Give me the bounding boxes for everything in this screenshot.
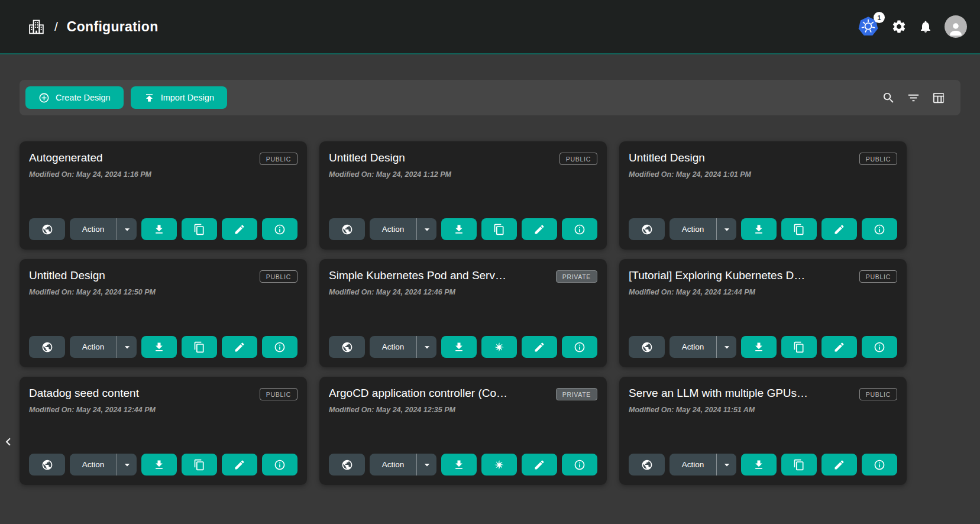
action-button-label[interactable]: Action <box>70 454 117 476</box>
bell-icon[interactable] <box>918 20 933 34</box>
chevron-down-icon[interactable] <box>117 454 137 476</box>
clone-button[interactable] <box>781 336 817 358</box>
design-card: Serve an LLM with multiple GPUs… PUBLIC … <box>619 377 907 485</box>
design-card: Untitled Design PUBLIC Modified On: May … <box>619 141 907 250</box>
globe-icon <box>341 224 353 235</box>
visibility-globe-button[interactable] <box>629 454 665 476</box>
download-button[interactable] <box>141 454 177 476</box>
edit-button[interactable] <box>222 454 257 476</box>
chevron-down-icon[interactable] <box>117 218 137 240</box>
card-actions: Action <box>329 454 597 476</box>
action-button-label[interactable]: Action <box>370 454 416 476</box>
import-design-button[interactable]: Import Design <box>131 86 227 109</box>
edit-button[interactable] <box>222 218 257 240</box>
visibility-globe-button[interactable] <box>329 454 365 476</box>
action-split-button[interactable]: Action <box>70 218 137 240</box>
action-button-label[interactable]: Action <box>70 218 117 240</box>
chevron-down-icon[interactable] <box>717 336 736 358</box>
download-button[interactable] <box>141 218 177 240</box>
globe-icon <box>41 341 53 353</box>
download-icon <box>753 341 765 353</box>
chevron-down-icon[interactable] <box>417 336 436 358</box>
chevron-down-icon[interactable] <box>117 336 137 358</box>
design-title: Untitled Design <box>629 151 711 164</box>
visibility-badge: PRIVATE <box>556 270 597 283</box>
visibility-globe-button[interactable] <box>29 218 65 240</box>
chevron-left-icon[interactable] <box>1 434 16 452</box>
clone-button[interactable] <box>182 454 217 476</box>
clone-button[interactable] <box>481 218 517 240</box>
design-pinwheel-button[interactable] <box>481 336 517 358</box>
info-button[interactable] <box>562 218 597 240</box>
visibility-globe-button[interactable] <box>629 218 665 240</box>
design-title: Datadog seed content <box>29 387 145 400</box>
kubernetes-context-button[interactable]: 1 <box>858 16 879 37</box>
info-button[interactable] <box>262 336 297 358</box>
action-button-label[interactable]: Action <box>669 336 716 358</box>
info-button[interactable] <box>262 218 297 240</box>
action-button-label[interactable]: Action <box>669 454 716 476</box>
clone-button[interactable] <box>182 218 217 240</box>
chevron-down-icon[interactable] <box>417 454 436 476</box>
edit-icon <box>533 341 545 353</box>
info-button[interactable] <box>862 218 897 240</box>
gear-icon[interactable] <box>891 19 907 34</box>
action-button-label[interactable]: Action <box>669 218 716 240</box>
edit-button[interactable] <box>522 336 557 358</box>
download-button[interactable] <box>141 336 177 358</box>
action-split-button[interactable]: Action <box>70 454 137 476</box>
action-split-button[interactable]: Action <box>370 336 436 358</box>
action-split-button[interactable]: Action <box>669 218 736 240</box>
download-button[interactable] <box>741 336 777 358</box>
edit-button[interactable] <box>222 336 257 358</box>
download-icon <box>753 459 765 471</box>
download-button[interactable] <box>441 454 477 476</box>
edit-button[interactable] <box>821 454 857 476</box>
clone-button[interactable] <box>781 218 817 240</box>
download-button[interactable] <box>441 218 477 240</box>
edit-button[interactable] <box>821 336 857 358</box>
edit-button[interactable] <box>821 218 857 240</box>
info-button[interactable] <box>862 336 897 358</box>
action-split-button[interactable]: Action <box>370 218 436 240</box>
download-button[interactable] <box>741 454 777 476</box>
action-split-button[interactable]: Action <box>370 454 436 476</box>
visibility-globe-button[interactable] <box>29 336 65 358</box>
visibility-globe-button[interactable] <box>29 454 65 476</box>
clone-button[interactable] <box>182 336 217 358</box>
user-avatar[interactable] <box>945 15 967 38</box>
action-button-label[interactable]: Action <box>370 218 416 240</box>
visibility-globe-button[interactable] <box>629 336 665 358</box>
chevron-down-icon[interactable] <box>717 454 736 476</box>
info-button[interactable] <box>862 454 897 476</box>
search-icon[interactable] <box>882 91 895 105</box>
visibility-globe-button[interactable] <box>329 218 365 240</box>
info-button[interactable] <box>262 454 297 476</box>
header-actions: 1 <box>858 15 967 38</box>
action-split-button[interactable]: Action <box>669 454 736 476</box>
info-button[interactable] <box>562 454 597 476</box>
design-card: Datadog seed content PUBLIC Modified On:… <box>20 377 307 485</box>
edit-icon <box>833 459 845 471</box>
design-card: ArgoCD application controller (Co… PRIVA… <box>319 377 607 485</box>
globe-icon <box>41 459 53 471</box>
download-button[interactable] <box>441 336 477 358</box>
table-view-icon[interactable] <box>932 91 945 105</box>
clone-button[interactable] <box>781 454 817 476</box>
edit-button[interactable] <box>522 218 557 240</box>
chevron-down-icon[interactable] <box>417 218 436 240</box>
design-pinwheel-button[interactable] <box>481 454 517 476</box>
create-design-button[interactable]: Create Design <box>25 86 124 109</box>
filter-icon[interactable] <box>907 91 920 105</box>
edit-button[interactable] <box>522 454 557 476</box>
visibility-globe-button[interactable] <box>329 336 365 358</box>
action-split-button[interactable]: Action <box>70 336 137 358</box>
modified-on: Modified On: May 24, 2024 1:16 PM <box>29 170 297 179</box>
edit-icon <box>533 224 545 235</box>
action-split-button[interactable]: Action <box>669 336 736 358</box>
download-button[interactable] <box>741 218 777 240</box>
action-button-label[interactable]: Action <box>370 336 416 358</box>
info-button[interactable] <box>562 336 597 358</box>
action-button-label[interactable]: Action <box>70 336 117 358</box>
chevron-down-icon[interactable] <box>717 218 736 240</box>
